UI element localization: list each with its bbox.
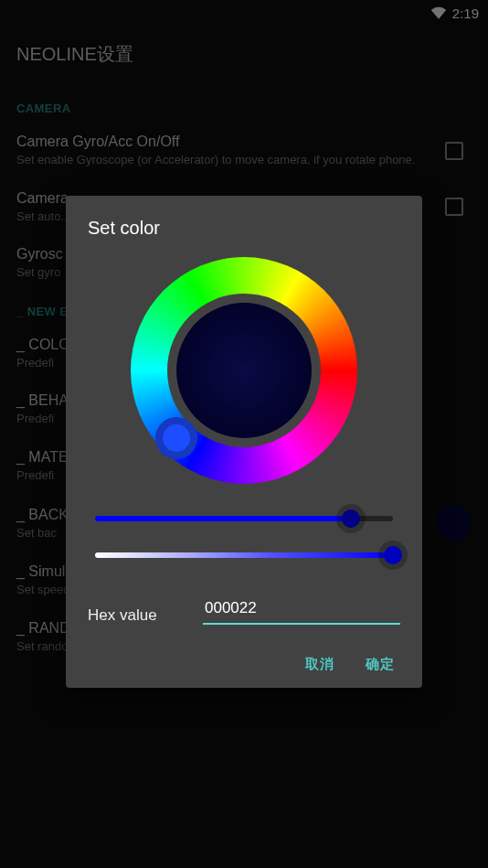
saturation-slider[interactable] xyxy=(95,509,393,528)
dialog-title: Set color xyxy=(88,218,400,239)
color-preview-disk[interactable] xyxy=(176,303,312,438)
set-color-dialog: Set color Hex value 取消 确定 xyxy=(66,196,422,688)
color-wheel[interactable] xyxy=(131,257,357,484)
cancel-button[interactable]: 取消 xyxy=(305,656,334,673)
hex-label: Hex value xyxy=(88,606,157,625)
hex-input[interactable] xyxy=(203,595,400,625)
value-track xyxy=(95,552,393,558)
value-thumb[interactable] xyxy=(384,546,402,564)
confirm-button[interactable]: 确定 xyxy=(366,656,395,673)
saturation-thumb[interactable] xyxy=(342,509,360,528)
value-slider[interactable] xyxy=(95,546,393,564)
hue-thumb[interactable] xyxy=(155,417,197,459)
